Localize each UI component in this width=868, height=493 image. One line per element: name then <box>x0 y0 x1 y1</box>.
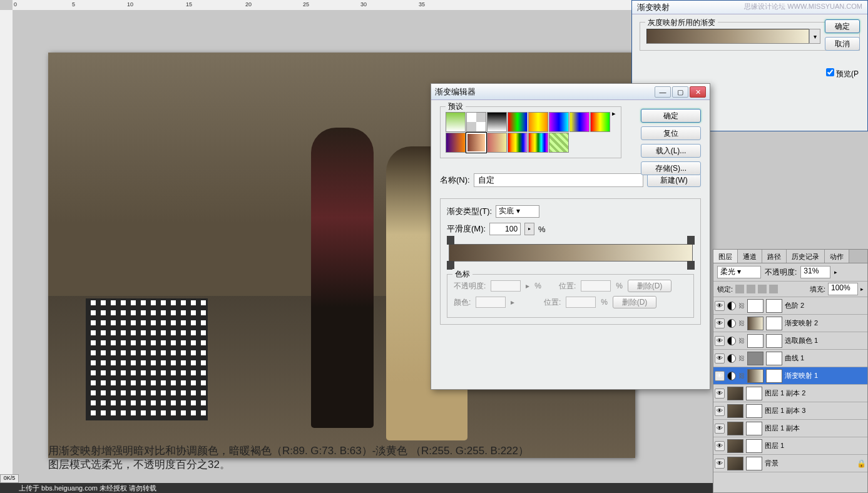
layer-mask[interactable] <box>766 334 782 348</box>
layer-thumbnail[interactable] <box>747 317 763 330</box>
layer-row[interactable]: 👁⛓渐变映射 2 <box>713 315 867 332</box>
layer-row[interactable]: 👁背景🔒 <box>713 455 867 472</box>
preset-swatch[interactable] <box>528 133 548 153</box>
preset-swatch[interactable] <box>549 133 569 153</box>
lock-all-icon[interactable] <box>769 285 778 293</box>
editor-titlebar[interactable]: 渐变编辑器 — ▢ ✕ <box>431 84 710 100</box>
preset-swatch-selected[interactable] <box>466 133 486 153</box>
preset-swatch[interactable] <box>487 133 507 153</box>
layer-thumbnail[interactable] <box>727 457 743 470</box>
tab-channels[interactable]: 通道 <box>738 250 762 263</box>
visibility-eye-icon[interactable]: 👁 <box>715 301 725 311</box>
layer-thumbnail[interactable] <box>727 387 743 400</box>
load-button[interactable]: 载入(L)... <box>641 144 701 158</box>
lock-brush-icon[interactable] <box>747 285 755 293</box>
lock-move-icon[interactable] <box>758 285 767 293</box>
layer-thumbnail[interactable] <box>747 352 763 365</box>
layer-name[interactable]: 图层 1 <box>765 441 866 450</box>
preset-swatch[interactable] <box>508 112 528 132</box>
preset-swatch[interactable] <box>487 112 507 132</box>
visibility-eye-icon[interactable]: 👁 <box>715 318 725 328</box>
layer-list[interactable]: 👁⛓色阶 2👁⛓渐变映射 2👁⛓选取颜色 1👁⛓曲线 1👁⛓渐变映射 1👁图层 … <box>713 297 867 482</box>
preset-swatch[interactable] <box>590 112 610 132</box>
preset-swatch[interactable] <box>549 112 569 132</box>
opacity-stop[interactable] <box>687 236 695 245</box>
smooth-input[interactable] <box>489 223 521 235</box>
color-stop[interactable] <box>447 261 454 270</box>
tab-history[interactable]: 历史记录 <box>787 250 825 263</box>
layer-thumbnail[interactable] <box>727 404 743 418</box>
preset-swatch[interactable] <box>446 133 466 153</box>
layer-mask[interactable] <box>766 352 782 365</box>
type-select[interactable]: 实底 ▾ <box>496 205 539 218</box>
layer-thumbnail[interactable] <box>727 439 743 453</box>
color-field[interactable] <box>476 297 506 308</box>
opacity-input[interactable]: 31% <box>800 266 830 278</box>
gradient-bar-editor[interactable] <box>449 244 693 262</box>
preset-swatch[interactable] <box>508 133 528 153</box>
cancel-button[interactable]: 取消 <box>825 37 860 51</box>
gradient-preview-bar[interactable] <box>646 29 809 44</box>
visibility-eye-icon[interactable]: 👁 <box>715 336 725 346</box>
layer-row[interactable]: 👁图层 1 副本 2 <box>713 385 867 402</box>
spin-icon[interactable]: ▸ <box>524 223 534 235</box>
tab-actions[interactable]: 动作 <box>825 250 849 263</box>
save-button[interactable]: 存储(S)... <box>641 161 701 175</box>
preset-swatch[interactable] <box>528 112 548 132</box>
maximize-icon[interactable]: ▢ <box>672 86 688 98</box>
layer-row[interactable]: 👁⛓渐变映射 1 <box>713 367 867 385</box>
layer-mask[interactable] <box>746 439 762 453</box>
blend-mode-select[interactable]: 柔光 ▾ <box>717 266 761 278</box>
layer-row[interactable]: 👁⛓选取颜色 1 <box>713 332 867 350</box>
layer-row[interactable]: 👁⛓色阶 2 <box>713 297 867 315</box>
delete-button[interactable]: 删除(D) <box>613 296 656 308</box>
tab-layers[interactable]: 图层 <box>713 250 738 263</box>
layer-name[interactable]: 色阶 2 <box>785 301 866 310</box>
layer-thumbnail[interactable] <box>727 422 743 435</box>
layer-thumbnail[interactable] <box>747 369 763 383</box>
preset-swatch[interactable] <box>569 112 590 132</box>
delete-button[interactable]: 删除(D) <box>628 280 671 292</box>
layer-name[interactable]: 背景 <box>765 459 854 468</box>
gradient-dropdown-arrow[interactable]: ▾ <box>809 29 820 44</box>
layer-mask[interactable] <box>746 457 762 470</box>
color-stop[interactable] <box>687 261 695 270</box>
layer-name[interactable]: 曲线 1 <box>785 353 866 363</box>
layer-row[interactable]: 👁图层 1 <box>713 437 867 455</box>
ok-button[interactable]: 确定 <box>641 109 701 123</box>
opacity-stop[interactable] <box>447 236 454 245</box>
preview-checkbox[interactable]: 预览(P <box>826 68 859 79</box>
position-field[interactable] <box>581 280 611 292</box>
visibility-eye-icon[interactable]: 👁 <box>715 371 725 381</box>
layer-mask[interactable] <box>746 404 762 418</box>
layer-thumbnail[interactable] <box>747 334 763 348</box>
visibility-eye-icon[interactable]: 👁 <box>715 441 725 451</box>
layer-name[interactable]: 图层 1 副本 2 <box>765 389 866 398</box>
layer-row[interactable]: 👁图层 1 副本 3 <box>713 402 867 420</box>
visibility-eye-icon[interactable]: 👁 <box>715 406 725 416</box>
layer-name[interactable]: 图层 1 副本 <box>765 424 866 433</box>
visibility-eye-icon[interactable]: 👁 <box>715 459 725 469</box>
layer-mask[interactable] <box>766 299 782 313</box>
position-field[interactable] <box>566 297 596 308</box>
layer-mask[interactable] <box>766 369 782 383</box>
dialog-titlebar[interactable]: 渐变映射 思缘设计论坛 WWW.MISSYUAN.COM <box>632 1 867 14</box>
preset-menu-icon[interactable]: ▸ <box>612 109 616 118</box>
layer-row[interactable]: 👁⛓曲线 1 <box>713 350 867 367</box>
layer-mask[interactable] <box>746 422 762 435</box>
layer-name[interactable]: 渐变映射 1 <box>785 371 866 380</box>
reset-button[interactable]: 复位 <box>641 126 701 140</box>
layer-name[interactable]: 渐变映射 2 <box>785 318 866 328</box>
opacity-field[interactable] <box>491 280 521 292</box>
layer-mask[interactable] <box>766 317 782 330</box>
name-input[interactable] <box>474 173 643 187</box>
visibility-eye-icon[interactable]: 👁 <box>715 353 725 363</box>
close-icon[interactable]: ✕ <box>690 86 706 98</box>
tab-paths[interactable]: 路径 <box>762 250 787 263</box>
visibility-eye-icon[interactable]: 👁 <box>715 389 725 399</box>
preset-swatch[interactable] <box>446 112 466 132</box>
minimize-icon[interactable]: — <box>655 86 671 98</box>
layer-thumbnail[interactable] <box>747 299 763 313</box>
visibility-eye-icon[interactable]: 👁 <box>715 424 725 434</box>
layer-name[interactable]: 图层 1 副本 3 <box>765 406 866 415</box>
